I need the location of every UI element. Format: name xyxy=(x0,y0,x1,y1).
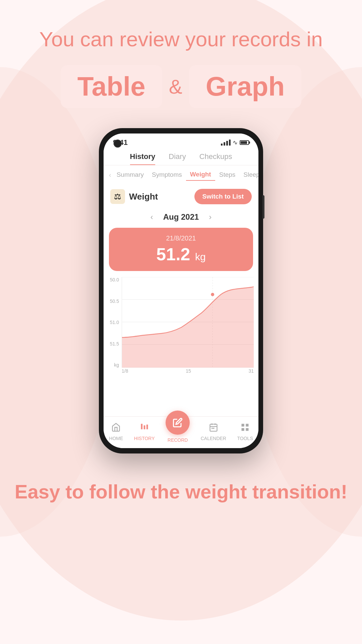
svg-point-9 xyxy=(211,293,214,296)
svg-rect-19 xyxy=(242,424,244,426)
table-label: Table xyxy=(77,71,145,101)
signal-icon xyxy=(221,140,231,146)
bottom-nav: HOME HISTORY xyxy=(104,416,258,448)
y-label-505: 50.5 xyxy=(107,299,120,304)
x-label-1: 1/8 xyxy=(122,368,128,378)
nav-history[interactable]: HISTORY xyxy=(134,423,155,441)
weight-title-group: ⚖ Weight xyxy=(110,189,158,204)
data-card: 21/8/2021 51.2 kg xyxy=(109,228,253,271)
badges-row: Table & Graph xyxy=(61,65,302,108)
nav-calender-label: CALENDER xyxy=(201,436,226,441)
nav-home-label: HOME xyxy=(109,436,123,441)
home-icon xyxy=(111,423,121,434)
calender-icon xyxy=(209,423,218,434)
tab-diary[interactable]: Diary xyxy=(169,152,186,165)
sub-tab-steps[interactable]: Steps xyxy=(215,169,240,180)
chart-area xyxy=(122,277,254,368)
nav-calender[interactable]: CALENDER xyxy=(201,423,226,441)
x-label-31: 31 xyxy=(248,368,254,378)
weight-title: Weight xyxy=(129,192,158,202)
nav-tools-label: TOOLS xyxy=(237,436,253,441)
phone-mockup: 9:41 ∿ xyxy=(99,128,263,453)
sub-tab-weight[interactable]: Weight xyxy=(186,169,215,181)
y-label-510: 51.0 xyxy=(107,320,120,325)
weight-icon: ⚖ xyxy=(110,189,125,204)
y-label-unit: kg xyxy=(107,362,120,368)
ampersand: & xyxy=(169,75,182,98)
graph-badge: Graph xyxy=(189,65,302,108)
phone-screen: 9:41 ∿ xyxy=(104,133,258,448)
sub-tab-left-arrow[interactable]: ‹ xyxy=(108,171,113,179)
chart-y-labels: kg 51.5 51.0 50.5 50.0 xyxy=(107,277,120,368)
svg-rect-21 xyxy=(242,428,244,431)
table-badge: Table xyxy=(61,65,162,108)
sub-tabs-row: ‹ Summary Symptoms Weight Steps Sleep › xyxy=(104,165,258,184)
data-date: 21/8/2021 xyxy=(116,234,246,242)
main-nav-tabs: History Diary Checkups xyxy=(104,150,258,165)
svg-rect-13 xyxy=(210,424,217,431)
prev-month-arrow[interactable]: ‹ xyxy=(150,212,153,222)
nav-record-label: RECORD xyxy=(168,437,188,443)
month-nav: ‹ Aug 2021 › xyxy=(104,209,258,225)
weight-chart: kg 51.5 51.0 50.5 50.0 xyxy=(104,274,258,416)
nav-record[interactable]: RECORD xyxy=(166,421,190,443)
tab-history[interactable]: History xyxy=(130,152,156,165)
data-value: 51.2 kg xyxy=(116,244,246,264)
svg-rect-22 xyxy=(246,428,248,431)
nav-history-label: HISTORY xyxy=(134,436,155,441)
tab-checkups[interactable]: Checkups xyxy=(199,152,232,165)
svg-rect-18 xyxy=(213,428,215,429)
next-month-arrow[interactable]: › xyxy=(209,212,212,222)
status-bar: 9:41 ∿ xyxy=(104,133,258,150)
weight-header: ⚖ Weight Switch to List xyxy=(104,184,258,209)
graph-label: Graph xyxy=(206,71,285,101)
bottom-caption: Easy to follow the weight transition! xyxy=(1,474,361,523)
svg-rect-20 xyxy=(246,424,248,426)
record-button[interactable] xyxy=(166,411,190,435)
nav-home[interactable]: HOME xyxy=(109,423,123,441)
top-heading: You can review your records in xyxy=(39,27,322,52)
battery-icon xyxy=(240,140,249,145)
svg-rect-17 xyxy=(212,428,213,429)
sub-tab-symptoms[interactable]: Symptoms xyxy=(148,169,186,180)
month-label: Aug 2021 xyxy=(163,212,199,222)
nav-tools[interactable]: TOOLS xyxy=(237,423,253,441)
sub-tab-sleep[interactable]: Sleep xyxy=(239,169,258,180)
svg-rect-11 xyxy=(143,425,145,429)
wifi-icon: ∿ xyxy=(233,139,238,146)
x-label-15: 15 xyxy=(186,368,191,378)
sub-tab-summary[interactable]: Summary xyxy=(113,169,148,180)
chart-inner: kg 51.5 51.0 50.5 50.0 xyxy=(107,277,255,378)
side-button xyxy=(262,195,264,219)
status-icons: ∿ xyxy=(221,139,249,146)
history-icon xyxy=(140,423,149,434)
svg-rect-10 xyxy=(141,424,142,429)
svg-rect-12 xyxy=(146,425,148,429)
y-label-500: 50.0 xyxy=(107,277,120,282)
tools-icon xyxy=(240,423,250,434)
chart-x-labels: 1/8 15 31 xyxy=(122,368,254,378)
switch-to-list-button[interactable]: Switch to List xyxy=(194,189,252,204)
y-label-515: 51.5 xyxy=(107,341,120,346)
